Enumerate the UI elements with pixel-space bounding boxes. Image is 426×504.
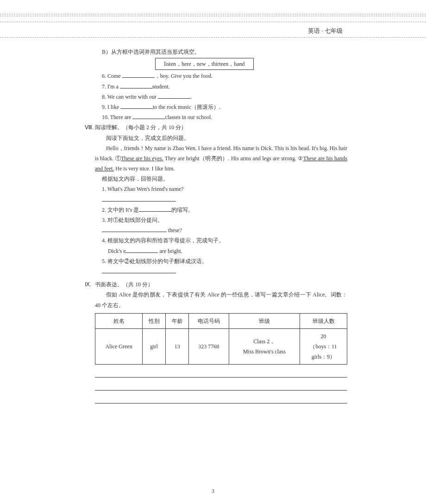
th-count: 班级人数 (300, 313, 347, 328)
td-count-l1: 20 (302, 331, 345, 341)
viii-q5: 5. 将文中②处划线部分的句子翻译成汉语。 (95, 256, 347, 266)
viii-q3-post: these? (167, 227, 182, 233)
word-box: listen，here，new，thirteen，hand (155, 58, 254, 70)
viii-q2-post: 的缩写。 (171, 207, 194, 213)
viii-q4: 4. 根据短文的内容和所给首字母提示，完成句子。 (95, 235, 347, 246)
viii-q2: 2. 文中的 It's 是的缩写。 (95, 205, 347, 215)
q10-pre: 10. There are (102, 114, 132, 120)
section-ix-instr: 假如 Alice 是你的朋友，下表提供了有关 Alice 的一些信息，请写一篇文… (95, 290, 347, 310)
q7-pre: 7. I'm a (102, 83, 120, 90)
writing-line-1[interactable] (95, 368, 347, 378)
table-row: Alice Green girl 13 323 7768 Class 2， Mi… (95, 328, 347, 365)
q8-blank[interactable] (158, 93, 190, 99)
th-phone: 电话号码 (189, 313, 229, 328)
q6-post: ，boy. Give you the food. (155, 73, 213, 79)
info-table: 姓名 性别 年龄 电话号码 班级 班级人数 Alice Green girl 1… (95, 313, 347, 365)
word-box-row: listen，here，new，thirteen，hand (95, 57, 347, 71)
writing-line-3[interactable] (95, 394, 347, 403)
question-8: 8. We can write with our . (95, 92, 347, 102)
td-age: 13 (166, 328, 189, 365)
q10-blank[interactable] (132, 113, 165, 119)
question-7: 7. I'm a student. (95, 82, 347, 92)
q8-pre: 8. We can write with our (102, 94, 158, 100)
td-class-l1: Class 2， (231, 336, 298, 346)
section-ix-instr-text: 假如 Alice 是你的朋友，下表提供了有关 Alice 的一些信息，请写一篇文… (95, 291, 347, 308)
section-viii-num: Ⅷ. (85, 122, 95, 132)
viii-q3: 3. 对①处划线部分提问。 (95, 215, 347, 225)
table-header-row: 姓名 性别 年龄 电话号码 班级 班级人数 (95, 313, 347, 328)
q9-blank[interactable] (120, 103, 153, 109)
viii-q2-pre: 2. 文中的 It's 是 (102, 207, 139, 213)
td-gender: girl (143, 328, 166, 365)
td-count-l3: girls：9） (302, 352, 345, 362)
q7-blank[interactable] (120, 83, 152, 88)
underline-1: These are his eyes. (121, 155, 163, 162)
td-count: 20 （boys：11 girls：9） (300, 328, 347, 365)
th-name: 姓名 (95, 313, 143, 328)
td-class-l2: Miss Brown's class (231, 346, 298, 357)
question-9: 9. I like to the rock music（摇滚乐）. (95, 102, 347, 112)
viii-q2-blank[interactable] (139, 206, 171, 212)
th-age: 年龄 (166, 313, 189, 328)
viii-q5-answer[interactable] (95, 266, 347, 277)
viii-q4-line: Dick's e are bright. (95, 246, 347, 256)
viii-q4-post: are bright. (158, 248, 182, 254)
section-ix-title: 书面表达。（共 10 分） (95, 279, 153, 290)
th-class: 班级 (229, 313, 300, 328)
section-viii-title: 阅读理解。（每小题 2 分，共 10 分） (95, 122, 187, 132)
td-phone: 323 7768 (189, 328, 229, 365)
td-name: Alice Green (95, 328, 143, 365)
q9-post: to the rock music（摇滚乐）. (153, 104, 220, 110)
td-class: Class 2， Miss Brown's class (229, 328, 300, 365)
question-6: 6. Come ，boy. Give you the food. (95, 71, 347, 81)
viii-q3-answer[interactable]: these? (95, 225, 347, 235)
section-viii-header: Ⅷ. 阅读理解。（每小题 2 分，共 10 分） (95, 122, 347, 132)
viii-q4-blank[interactable] (125, 247, 158, 253)
question-10: 10. There are classes in our school. (95, 112, 347, 122)
q7-post: student. (152, 83, 170, 90)
q8-post: . (190, 94, 192, 100)
q10-post: classes in our school. (165, 114, 212, 120)
section-b-label: B）从方框中选词并用其适当形式填空。 (95, 47, 347, 57)
td-count-l2: （boys：11 (302, 341, 345, 352)
viii-q1-answer[interactable] (95, 195, 347, 205)
viii-q1: 1. What's Zhao Wen's friend's name? (95, 184, 347, 194)
viii-q4-pre: Dick's e (108, 248, 125, 254)
worksheet-content: B）从方框中选词并用其适当形式填空。 listen，here，new，thirt… (0, 38, 426, 403)
writing-line-2[interactable] (95, 381, 347, 391)
q6-pre: 6. Come (102, 73, 122, 79)
header-title: 英语 · 七年级 (0, 22, 426, 37)
th-gender: 性别 (143, 313, 166, 328)
page-number: 3 (0, 488, 426, 495)
page-header: 英语 · 七年级 (0, 0, 426, 38)
section-ix-num: Ⅸ. (85, 279, 95, 290)
section-ix-header: Ⅸ. 书面表达。（共 10 分） (95, 279, 347, 290)
section-viii-instr: 阅读下面短文，完成文后的问题。 (95, 133, 347, 143)
section-viii-after: 根据短文内容，回答问题。 (95, 174, 347, 184)
q9-pre: 9. I like (102, 104, 120, 110)
reading-passage: Hello，friends！My name is Zhao Wen. I hav… (95, 143, 347, 174)
q6-blank[interactable] (122, 72, 155, 78)
